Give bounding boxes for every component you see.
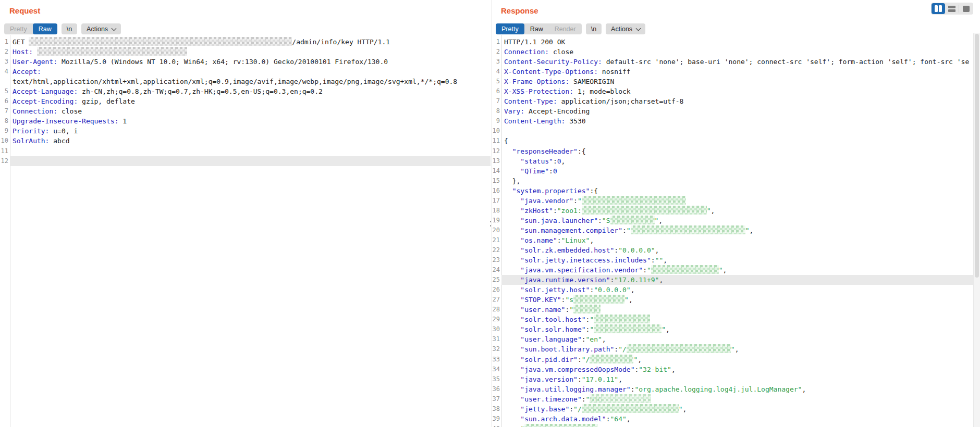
request-actions-button[interactable]: Actions bbox=[81, 23, 121, 34]
line-number: 21 bbox=[492, 235, 501, 245]
response-tab-raw[interactable]: Raw bbox=[524, 23, 549, 34]
layout-single-pane-button[interactable] bbox=[959, 3, 973, 14]
line-number: 30 bbox=[492, 324, 501, 334]
code-line: 4X-Content-Type-Options: nosniff bbox=[492, 67, 974, 77]
code-line: 5Accept-Language: zh-CN,zh;q=0.8,zh-TW;q… bbox=[0, 86, 491, 96]
code-line: 29 "solr.tool.host":" bbox=[492, 315, 974, 324]
code-text bbox=[501, 126, 974, 136]
code-line: 6X-XSS-Protection: 1; mode=block bbox=[492, 86, 974, 96]
request-tab-newline[interactable]: \n bbox=[62, 23, 77, 34]
code-line: 3Content-Security-Policy: default-src 'n… bbox=[492, 57, 974, 67]
code-line: 2Connection: close bbox=[492, 47, 974, 57]
code-text: text/html,application/xhtml+xml,applicat… bbox=[10, 77, 491, 86]
redaction-block bbox=[582, 206, 707, 215]
code-text: "sun.boot.library.path":"/", bbox=[501, 344, 974, 354]
request-panel: Request Pretty Raw \n Actions 1GET /admi… bbox=[0, 0, 491, 427]
line-number: 26 bbox=[492, 285, 501, 295]
line-number: 22 bbox=[492, 245, 501, 255]
line-number: 18 bbox=[492, 206, 501, 216]
line-number: 1 bbox=[492, 37, 501, 47]
line-number: 38 bbox=[492, 404, 501, 414]
code-line: 12 "responseHeader":{ bbox=[492, 146, 974, 156]
code-text: HTTP/1.1 200 OK bbox=[501, 37, 974, 47]
code-text: "java.version":"17.0.11", bbox=[501, 374, 974, 384]
redaction-block bbox=[594, 315, 650, 323]
redaction-block bbox=[651, 265, 719, 274]
code-line: 40 " bbox=[492, 424, 974, 427]
line-number: 6 bbox=[0, 96, 10, 106]
redaction-block bbox=[573, 305, 601, 313]
line-number: 17 bbox=[492, 196, 501, 206]
code-text: User-Agent: Mozilla/5.0 (Windows NT 10.0… bbox=[10, 57, 491, 67]
code-line: 17 "java.vendor":" bbox=[492, 196, 974, 206]
redaction-block bbox=[582, 196, 686, 205]
code-text: Content-Security-Policy: default-src 'no… bbox=[501, 57, 974, 67]
code-line: 16 "system.properties":{ bbox=[492, 186, 974, 196]
line-number: 20 bbox=[492, 225, 501, 235]
line-number: 9 bbox=[492, 116, 501, 126]
request-tabgroup: Pretty Raw bbox=[4, 23, 57, 34]
code-line: 3User-Agent: Mozilla/5.0 (Windows NT 10.… bbox=[0, 57, 491, 67]
http-message-editor: Request Pretty Raw \n Actions 1GET /admi… bbox=[0, 0, 980, 427]
code-text: Host: bbox=[10, 47, 491, 57]
line-number: 23 bbox=[492, 255, 501, 265]
line-number: 14 bbox=[492, 166, 501, 176]
code-line: 4Accept: bbox=[0, 67, 491, 77]
line-number: 37 bbox=[492, 394, 501, 404]
line-number: 24 bbox=[492, 265, 501, 275]
line-number: 7 bbox=[0, 106, 10, 116]
code-line: text/html,application/xhtml+xml,applicat… bbox=[0, 77, 491, 86]
code-text: "solr.tool.host":" bbox=[501, 315, 974, 324]
code-line: 38 "jetty.base":"/", bbox=[492, 404, 974, 414]
redaction-block bbox=[582, 404, 679, 413]
split-vertical-icon bbox=[935, 5, 938, 12]
scrollbar-thumb[interactable] bbox=[975, 34, 979, 278]
code-text: Accept: bbox=[10, 67, 491, 77]
line-number bbox=[0, 77, 10, 86]
layout-split-horizontal-button[interactable] bbox=[945, 3, 959, 14]
code-text: "java.vendor":" bbox=[501, 196, 974, 206]
code-line: 28 "user.name":" bbox=[492, 305, 974, 315]
code-line: 14 "QTime":0 bbox=[492, 166, 974, 176]
redaction-block bbox=[610, 216, 655, 224]
layout-toggle bbox=[931, 3, 973, 15]
code-line: 23 "solr.jetty.inetaccess.includes":"", bbox=[492, 255, 974, 265]
code-text: "solr.zk.embedded.host":"0.0.0.0", bbox=[501, 245, 974, 255]
response-code-area[interactable]: 1HTTP/1.1 200 OK2Connection: close3Conte… bbox=[492, 35, 974, 427]
code-line: 10SolrAuth: abcd bbox=[0, 136, 491, 146]
code-text: Vary: Accept-Encoding bbox=[501, 106, 974, 116]
line-number: 19 bbox=[492, 216, 501, 225]
code-text: " bbox=[501, 424, 974, 427]
line-number: 32 bbox=[492, 344, 501, 354]
code-line: 30 "solr.solr.home":"", bbox=[492, 324, 974, 334]
code-line: 7Content-Type: application/json;charset=… bbox=[492, 96, 974, 106]
scrollbar-track[interactable] bbox=[973, 33, 980, 427]
layout-split-vertical-button[interactable] bbox=[932, 3, 945, 14]
line-number: 5 bbox=[0, 86, 10, 96]
response-tab-pretty[interactable]: Pretty bbox=[496, 23, 524, 34]
code-line: 8Upgrade-Insecure-Requests: 1 bbox=[0, 116, 491, 126]
code-text: X-Frame-Options: SAMEORIGIN bbox=[501, 77, 974, 86]
split-vertical-icon bbox=[939, 5, 942, 12]
code-line: 35 "java.version":"17.0.11", bbox=[492, 374, 974, 384]
code-line: 10 bbox=[492, 126, 974, 136]
request-tab-raw[interactable]: Raw bbox=[33, 23, 57, 34]
code-line: 19 "sun.java.launcher":"S", bbox=[492, 216, 974, 225]
code-text: Accept-Encoding: gzip, deflate bbox=[10, 96, 491, 106]
code-text: "user.name":" bbox=[501, 305, 974, 315]
response-actions-button[interactable]: Actions bbox=[606, 23, 645, 34]
line-number: 3 bbox=[0, 57, 10, 67]
request-tab-pretty[interactable]: Pretty bbox=[4, 23, 33, 34]
request-code-area[interactable]: 1GET /admin/info/key HTTP/1.12Host: 3Use… bbox=[0, 35, 491, 427]
code-line: 31 "user.language":"en", bbox=[492, 334, 974, 344]
code-text: }, bbox=[501, 176, 974, 186]
line-number: 39 bbox=[492, 414, 501, 424]
code-text: "zkHost":"zoo1:", bbox=[501, 206, 974, 216]
redaction-block bbox=[524, 424, 597, 427]
line-number: 29 bbox=[492, 315, 501, 324]
response-tab-newline[interactable]: \n bbox=[586, 23, 602, 34]
response-panel: Response Pretty Raw Render \n Actions 1H… bbox=[491, 0, 980, 427]
chevron-down-icon bbox=[636, 26, 641, 31]
code-text: "sun.java.launcher":"S", bbox=[501, 216, 974, 225]
response-tab-render[interactable]: Render bbox=[549, 23, 582, 34]
